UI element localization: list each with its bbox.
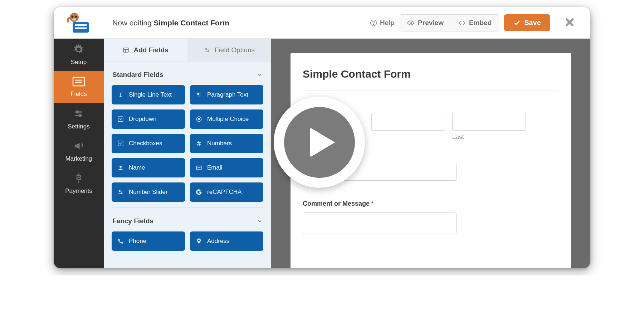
sidebar-item-setup[interactable]: Setup	[54, 39, 104, 71]
svg-point-35	[119, 191, 120, 192]
sidebar-item-settings[interactable]: Settings	[54, 103, 104, 135]
preview-button[interactable]: Preview	[400, 15, 451, 31]
fancy-field-grid: Phone Address	[112, 231, 263, 251]
fancy-fields-header[interactable]: Fancy Fields	[112, 214, 263, 231]
sidebar-item-fields[interactable]: Fields	[54, 71, 104, 103]
dollar-icon	[74, 173, 83, 185]
svg-rect-27	[118, 141, 123, 146]
save-button[interactable]: Save	[504, 14, 550, 31]
check-square-icon	[117, 140, 124, 147]
chevron-down-icon	[257, 218, 263, 224]
field-checkboxes[interactable]: Checkboxes	[112, 134, 185, 153]
sliders-icon	[73, 108, 84, 121]
panel-tabs: Add Fields Field Options	[104, 39, 271, 62]
paragraph-icon	[196, 92, 202, 98]
hashtag-icon	[196, 140, 202, 147]
field-dropdown[interactable]: Dropdown	[112, 109, 185, 129]
comment-textarea[interactable]	[303, 213, 457, 234]
svg-rect-5	[75, 24, 87, 26]
name-first-input[interactable]	[371, 113, 445, 131]
code-icon	[458, 19, 465, 26]
svg-point-8	[373, 24, 374, 25]
comment-label: Comment or Message*	[303, 200, 559, 208]
name-first-col	[371, 113, 445, 141]
svg-point-9	[410, 22, 412, 24]
check-icon	[513, 19, 521, 26]
sidebar-item-payments[interactable]: Payments	[54, 167, 104, 200]
form-icon	[72, 77, 85, 88]
top-actions: Help Preview Embed Save	[370, 14, 590, 31]
section-fancy: Fancy Fields Phone Address	[104, 208, 271, 254]
map-pin-icon	[196, 238, 202, 244]
tab-add-fields[interactable]: Add Fields	[104, 39, 187, 61]
required-asterisk: *	[371, 200, 374, 207]
svg-point-37	[121, 193, 122, 194]
name-last-sublabel: Last	[452, 133, 526, 141]
svg-point-3	[73, 18, 76, 20]
svg-point-1	[72, 15, 74, 18]
svg-rect-24	[118, 117, 123, 122]
field-name[interactable]: Name	[112, 158, 185, 177]
eye-icon	[407, 19, 414, 26]
svg-line-31	[200, 141, 200, 146]
sidebar: Setup Fields Settings Marketing	[54, 39, 104, 268]
layout-icon	[123, 47, 129, 53]
app-window: Now editing Simple Contact Form Help Pre…	[54, 7, 590, 268]
user-icon	[117, 165, 124, 171]
field-phone[interactable]: Phone	[112, 231, 185, 251]
embed-button[interactable]: Embed	[451, 15, 499, 31]
radio-icon	[196, 116, 202, 122]
name-last-input[interactable]	[452, 113, 526, 131]
close-icon	[565, 17, 575, 27]
help-link[interactable]: Help	[370, 19, 395, 27]
svg-point-0	[70, 13, 79, 21]
svg-point-32	[119, 166, 122, 168]
phone-icon	[117, 238, 124, 244]
sliders-small-icon	[204, 47, 210, 53]
close-button[interactable]	[555, 17, 582, 29]
field-multiple-choice[interactable]: Multiple Choice	[190, 109, 263, 129]
preview-embed-group: Preview Embed	[400, 14, 499, 31]
field-email[interactable]: Email	[190, 158, 263, 177]
caret-square-icon	[117, 116, 124, 122]
bullhorn-icon	[73, 141, 84, 153]
svg-point-2	[75, 15, 77, 18]
play-icon	[310, 127, 335, 157]
field-single-line-text[interactable]: Single Line Text	[112, 85, 185, 104]
section-standard: Standard Fields Single Line Text Paragra…	[104, 62, 271, 205]
wpforms-logo-icon	[67, 12, 91, 34]
top-bar: Now editing Simple Contact Form Help Pre…	[54, 7, 590, 39]
play-video-button[interactable]	[274, 97, 365, 188]
field-paragraph-text[interactable]: Paragraph Text	[190, 85, 263, 104]
svg-point-16	[79, 114, 81, 117]
logo[interactable]	[54, 7, 104, 39]
svg-point-26	[198, 118, 200, 120]
play-inner-circle	[284, 107, 355, 178]
field-numbers[interactable]: Numbers	[190, 134, 263, 153]
standard-fields-header[interactable]: Standard Fields	[112, 67, 263, 85]
editing-prefix: Now editing	[112, 19, 152, 27]
tab-field-options[interactable]: Field Options	[187, 39, 271, 61]
chevron-down-icon	[257, 72, 263, 78]
standard-field-grid: Single Line Text Paragraph Text Dropdown…	[112, 85, 263, 202]
comment-field-row: Comment or Message*	[303, 200, 559, 234]
gear-icon	[73, 44, 84, 57]
svg-rect-6	[75, 27, 87, 29]
field-number-slider[interactable]: Number Slider	[112, 182, 185, 202]
name-last-col: Last	[452, 113, 526, 141]
field-recaptcha[interactable]: reCAPTCHA	[190, 182, 263, 202]
svg-rect-17	[124, 48, 129, 52]
google-icon	[196, 189, 202, 195]
svg-rect-10	[73, 77, 84, 86]
fields-panel: Add Fields Field Options Standard Fields…	[104, 39, 271, 268]
slider-icon	[117, 189, 124, 195]
envelope-icon	[196, 165, 202, 171]
field-address[interactable]: Address	[190, 231, 263, 251]
svg-line-30	[198, 141, 199, 146]
form-name: Simple Contact Form	[154, 19, 229, 27]
text-icon	[117, 92, 124, 98]
sidebar-item-marketing[interactable]: Marketing	[54, 135, 104, 167]
help-icon	[370, 19, 377, 26]
editing-title: Now editing Simple Contact Form	[104, 19, 370, 27]
svg-point-14	[76, 111, 78, 113]
